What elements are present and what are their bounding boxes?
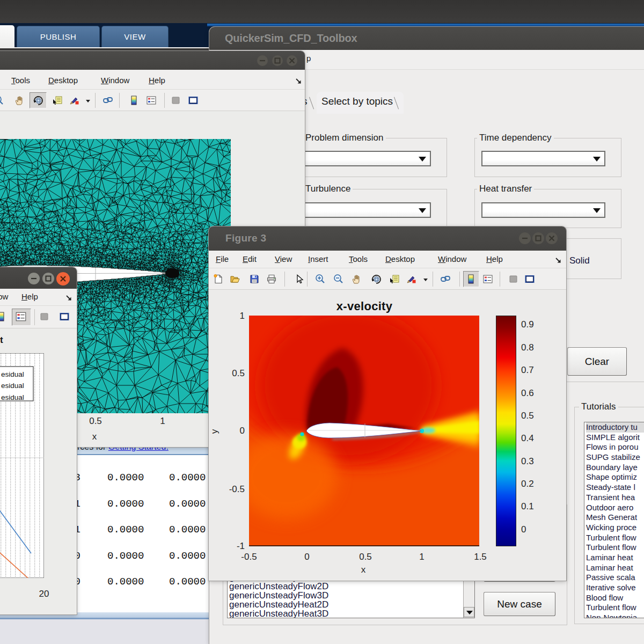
svg-text:esidual: esidual [1, 370, 24, 378]
svg-text:esidual: esidual [1, 393, 24, 401]
svg-text:esidual: esidual [1, 382, 24, 390]
